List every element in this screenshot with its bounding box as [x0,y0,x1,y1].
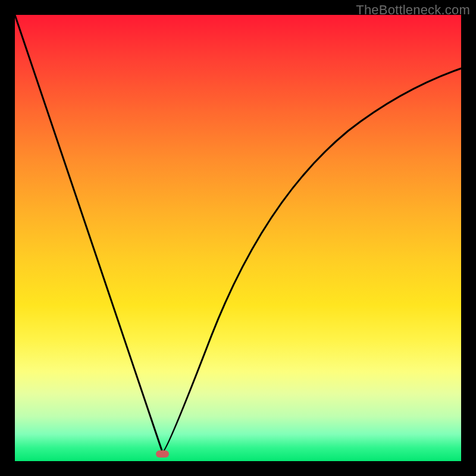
optimal-point-marker [156,450,169,458]
watermark-text: TheBottleneck.com [356,2,470,18]
curve-path [15,15,461,452]
bottleneck-curve [15,15,461,461]
